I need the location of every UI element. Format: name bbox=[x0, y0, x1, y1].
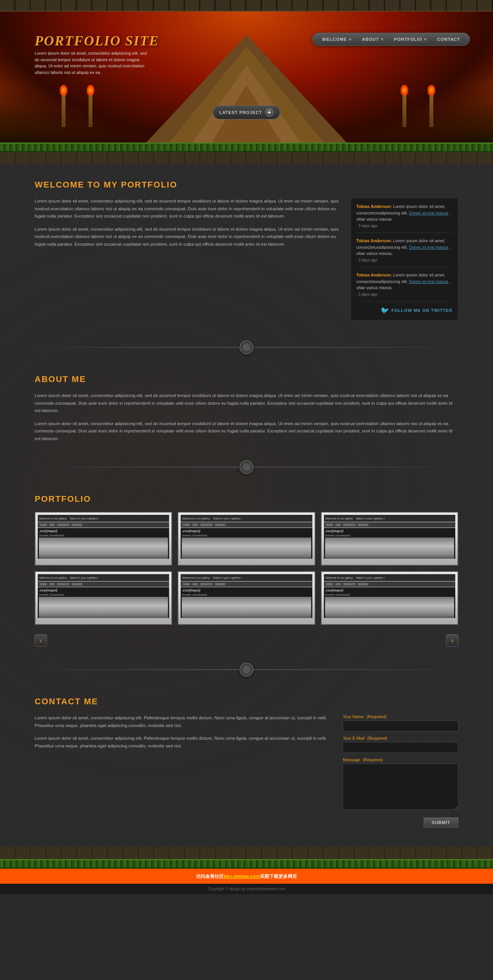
pattern-border-bottom bbox=[0, 152, 493, 164]
portfolio-item-inner-4: Welcome to our gallery Watch in your Lig… bbox=[35, 572, 171, 624]
name-input[interactable] bbox=[343, 720, 458, 731]
tweet-time-1: · 3 days ago bbox=[356, 224, 377, 228]
welcome-section: WELCOME TO MY PORTFOLIO Lorem ipsum dolo… bbox=[0, 164, 493, 336]
mockup-nav-1: HOME ABR PRODUCTS REVIEWS bbox=[38, 522, 169, 528]
torch-right-1 bbox=[429, 92, 433, 127]
contact-title: CONTACT ME bbox=[35, 697, 458, 707]
portfolio-item-inner-6: Welcome to our gallery Watch in your Lig… bbox=[322, 572, 458, 624]
contact-section: CONTACT ME Lorem ipsum dolor sit amet, c… bbox=[0, 681, 493, 835]
mockup-subtext-6: Smarter Snowboards bbox=[324, 593, 455, 596]
twitter-follow[interactable]: 🐦 FOLLOW ME ON TWITTER bbox=[356, 306, 453, 315]
portfolio-item-inner-5: Welcome to our gallery Watch in your Lig… bbox=[178, 572, 314, 624]
latest-project-button[interactable]: LATEST PROJECT + bbox=[213, 106, 280, 119]
contact-para-2: Lorem ipsum dolor sit amet, consectetur … bbox=[35, 735, 327, 750]
hero-title: PORTFOLIO SITE bbox=[35, 33, 159, 49]
portfolio-item-inner-1: Welcome to our gallery Watch in your Lig… bbox=[35, 513, 171, 565]
pattern-border-top-bottom bbox=[0, 847, 493, 859]
twitter-bird-icon: 🐦 bbox=[381, 306, 389, 315]
welcome-grid: Lorem ipsum dolor sit amet, consectetur … bbox=[35, 198, 458, 320]
welcome-para-1: Lorem ipsum dolor sit amet, consectetur … bbox=[35, 198, 339, 220]
mockup-image-2 bbox=[182, 538, 311, 559]
about-para-1: Lorem ipsum dolor sit amet, consectetur … bbox=[35, 392, 458, 415]
mockup-subtext-4: Smarter Snowboards bbox=[38, 593, 169, 596]
bottom-bar: 访问血骨社区bbs.xienlao.com买图下载更多网页 bbox=[0, 869, 493, 884]
mockup-content-3: .css{mayo} Smarter Snowboards bbox=[324, 528, 455, 559]
main-nav: WELCOME ABOUT PORTFOLIO CONTACT bbox=[312, 33, 470, 46]
portfolio-section: PORTFOLIO Welcome to our gallery Watch i… bbox=[0, 479, 493, 658]
nav-dot bbox=[349, 38, 351, 40]
portfolio-item-2[interactable]: Welcome to our gallery Watch in your Lig… bbox=[178, 512, 315, 566]
nav-about[interactable]: ABOUT bbox=[357, 35, 389, 43]
hero-section: PORTFOLIO SITE Lorem ipsum dolor sit ame… bbox=[0, 12, 493, 142]
mockup-image-3 bbox=[325, 538, 454, 559]
prev-page-button[interactable]: ‹ bbox=[35, 634, 47, 647]
portfolio-item-6[interactable]: Welcome to our gallery Watch in your Lig… bbox=[321, 571, 458, 625]
tweet-3: Tobias Anderson: Lorem ipsum dolor sit a… bbox=[356, 272, 453, 302]
mockup-content-2: .css{mayo} Smarter Snowboards bbox=[181, 528, 312, 559]
contact-para-1: Lorem ipsum dolor sit amet, consectetur … bbox=[35, 714, 327, 729]
divider-circle-2 bbox=[240, 460, 253, 474]
divider-2 bbox=[0, 459, 493, 475]
mockup-image-4 bbox=[39, 597, 168, 618]
mockup-content-4: .css{mayo} Smarter Snowboards bbox=[38, 587, 169, 618]
tweet-time-3: · 3 days ago bbox=[356, 292, 377, 297]
welcome-text: Lorem ipsum dolor sit amet, consectetur … bbox=[35, 198, 339, 320]
mockup-content-1: .css{mayo} Smarter Snowboards bbox=[38, 528, 169, 559]
mockup-subtext-1: Smarter Snowboards bbox=[38, 534, 169, 537]
tweet-link-1[interactable]: Donec et erat massa bbox=[409, 211, 448, 215]
message-textarea[interactable] bbox=[343, 764, 458, 810]
footer-text: Copyright © design by chaosframeworks.co… bbox=[208, 887, 285, 891]
mockup-logo-6: .css{mayo} bbox=[324, 587, 455, 593]
email-input[interactable] bbox=[343, 742, 458, 753]
nav-portfolio[interactable]: PORTFOLIO bbox=[389, 35, 432, 43]
portfolio-grid-row1: Welcome to our gallery Watch in your Lig… bbox=[35, 512, 458, 566]
mockup-nav-3: HOME ABR PRODUCTS REVIEWS bbox=[324, 522, 455, 528]
nav-dot bbox=[424, 38, 426, 40]
mockup-nav-4: HOME ABR PRODUCTS REVIEWS bbox=[38, 581, 169, 587]
mockup-nav-5: HOME ABR PRODUCTS REVIEWS bbox=[181, 581, 312, 587]
portfolio-item-5[interactable]: Welcome to our gallery Watch in your Lig… bbox=[178, 571, 315, 625]
portfolio-pagination: ‹ › bbox=[35, 630, 458, 650]
portfolio-title: PORTFOLIO bbox=[35, 494, 458, 504]
mockup-subtext-3: Smarter Snowboards bbox=[324, 534, 455, 537]
bottom-bar-link[interactable]: bbs.xienlao.com bbox=[224, 874, 260, 879]
mockup-header-3: Welcome to our gallery Watch in your Lig… bbox=[324, 515, 455, 522]
torch-left-2 bbox=[89, 92, 92, 127]
mockup-logo-2: .css{mayo} bbox=[181, 528, 312, 534]
next-page-button[interactable]: › bbox=[446, 634, 458, 647]
nav-welcome[interactable]: WELCOME bbox=[317, 35, 356, 43]
mockup-header-2: Welcome to our gallery Watch in your Lig… bbox=[181, 515, 312, 522]
divider-1 bbox=[0, 340, 493, 355]
pyramid bbox=[146, 35, 347, 142]
portfolio-grid-row2: Welcome to our gallery Watch in your Lig… bbox=[35, 571, 458, 625]
contact-form: Your Name (Required) Your E-Mail (Requir… bbox=[343, 714, 458, 828]
portfolio-item-3[interactable]: Welcome to our gallery Watch in your Lig… bbox=[321, 512, 458, 566]
mockup-content-5: .css{mayo} Smarter Snowboards bbox=[181, 587, 312, 618]
mockup-header-4: Welcome to our gallery Watch in your Lig… bbox=[38, 574, 169, 581]
main-content: WELCOME TO MY PORTFOLIO Lorem ipsum dolo… bbox=[0, 164, 493, 847]
torch-right-2 bbox=[402, 92, 406, 127]
mockup-header-1: Welcome to our gallery Watch in your Lig… bbox=[38, 515, 169, 522]
mockup-logo-1: .css{mayo} bbox=[38, 528, 169, 534]
about-text: Lorem ipsum dolor sit amet, consectetur … bbox=[35, 392, 458, 442]
mockup-content-6: .css{mayo} Smarter Snowboards bbox=[324, 587, 455, 618]
tweet-time-2: · 3 days ago bbox=[356, 258, 377, 262]
mockup-logo-4: .css{mayo} bbox=[38, 587, 169, 593]
divider-3 bbox=[0, 662, 493, 677]
tweet-link-2[interactable]: Donec et erat massa bbox=[409, 245, 448, 250]
about-section: ABOUT ME Lorem ipsum dolor sit amet, con… bbox=[0, 359, 493, 456]
grass-border bbox=[0, 142, 493, 152]
portfolio-item-1[interactable]: Welcome to our gallery Watch in your Lig… bbox=[35, 512, 172, 566]
welcome-para-2: Lorem ipsum dolor sit amet, consectetur … bbox=[35, 226, 339, 248]
tweet-link-3[interactable]: Donec et erat massa bbox=[409, 279, 448, 284]
mockup-logo-5: .css{mayo} bbox=[181, 587, 312, 593]
submit-button[interactable]: SUBMIT bbox=[424, 818, 458, 828]
tweet-2: Tobias Anderson: Lorem ipsum dolor sit a… bbox=[356, 238, 453, 267]
mockup-image-1 bbox=[39, 538, 168, 559]
divider-circle bbox=[240, 340, 253, 354]
nav-contact[interactable]: CONTACT bbox=[432, 35, 466, 43]
mockup-nav-6: HOME ABR PRODUCTS REVIEWS bbox=[324, 581, 455, 587]
portfolio-item-4[interactable]: Welcome to our gallery Watch in your Lig… bbox=[35, 571, 172, 625]
mockup-image-6 bbox=[325, 597, 454, 618]
divider-circle-3 bbox=[240, 663, 253, 677]
